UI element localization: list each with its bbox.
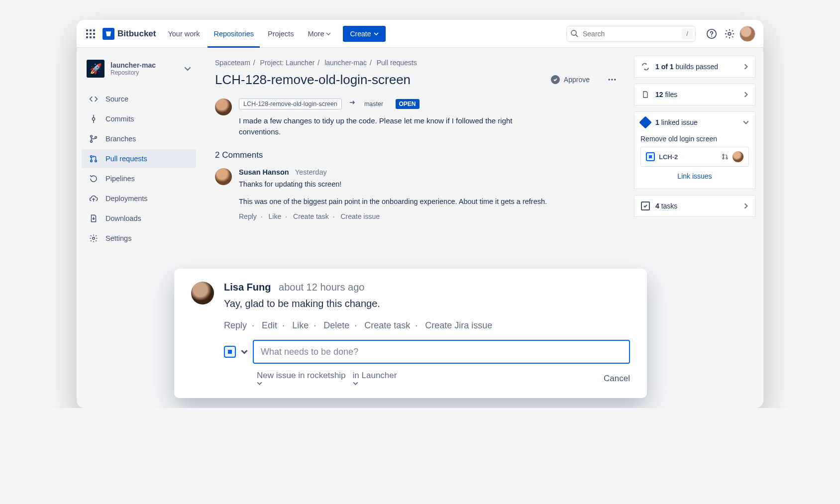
- issue-key: LCH-2: [659, 153, 718, 161]
- repo-sub: Repository: [110, 69, 156, 76]
- gear-icon: [89, 234, 99, 243]
- link-issues-link[interactable]: Link issues: [677, 172, 712, 180]
- sidebar-item-settings[interactable]: Settings: [82, 229, 196, 248]
- linked-issue-title: Remove old login screen: [640, 135, 749, 147]
- target-branch[interactable]: master: [360, 99, 387, 109]
- top-nav: Bitbucket Your work Repositories Project…: [77, 20, 763, 48]
- sidebar-item-label: Pull requests: [105, 155, 147, 163]
- nav-projects[interactable]: Projects: [262, 20, 300, 48]
- sidebar-item-commits[interactable]: Commits: [82, 109, 196, 128]
- repo-selector[interactable]: 🚀 launcher-mac Repository: [82, 56, 196, 82]
- nav-your-work[interactable]: Your work: [162, 20, 206, 48]
- search-input[interactable]: [566, 26, 696, 42]
- sidebar-item-downloads[interactable]: Downloads: [82, 209, 196, 228]
- overlay-create-jira-issue[interactable]: Create Jira issue: [425, 320, 492, 330]
- approve-button[interactable]: Approve: [544, 72, 596, 88]
- code-icon: [89, 95, 99, 103]
- repo-name: launcher-mac: [110, 61, 156, 69]
- source-branch[interactable]: LCH-128-remove-old-login-screen: [239, 99, 342, 109]
- svg-rect-8: [93, 36, 95, 38]
- new-issue-in-project[interactable]: New issue in rocketship: [257, 371, 347, 386]
- more-actions-button[interactable]: [604, 72, 620, 88]
- sidebar-item-branches[interactable]: Branches: [82, 129, 196, 148]
- issue-summary-input[interactable]: [253, 340, 630, 364]
- overlay-create-task[interactable]: Create task: [364, 320, 410, 330]
- chevron-right-icon: [743, 64, 749, 70]
- builds-icon: [640, 62, 650, 71]
- tasks-row[interactable]: 4 tasks: [634, 196, 755, 216]
- settings-icon[interactable]: [722, 26, 737, 42]
- builds-label: 1 of 1 builds passed: [655, 63, 738, 71]
- crumb[interactable]: Pull requests: [377, 59, 417, 67]
- nav-more[interactable]: More: [302, 20, 337, 48]
- comment-actions: Reply· Like· Create task· Create issue: [239, 212, 620, 220]
- svg-rect-5: [93, 33, 95, 35]
- comment-body: This was one of the biggest pain point i…: [239, 197, 557, 207]
- svg-point-9: [571, 30, 576, 35]
- crumb[interactable]: launcher-mac: [324, 59, 367, 67]
- comment-like[interactable]: Like: [269, 212, 282, 220]
- svg-point-25: [611, 79, 613, 80]
- sidebar-item-pull-requests[interactable]: Pull requests: [82, 149, 196, 168]
- chevron-down-icon: [374, 31, 379, 36]
- svg-point-24: [609, 79, 610, 80]
- search-field[interactable]: /: [566, 26, 696, 42]
- svg-rect-6: [86, 36, 88, 38]
- overlay-time: about 12 hours ago: [279, 282, 364, 293]
- svg-point-27: [723, 154, 724, 156]
- issue-type-chevron[interactable]: [241, 348, 248, 355]
- linked-issue-row[interactable]: 1 linked issue: [634, 112, 755, 133]
- svg-point-28: [723, 158, 724, 159]
- crumb[interactable]: Project: Launcher: [260, 59, 315, 67]
- sidebar-item-label: Commits: [105, 115, 134, 123]
- in-launcher[interactable]: in Launcher: [353, 371, 398, 386]
- svg-line-10: [576, 35, 578, 37]
- arrow-right-icon: [349, 99, 356, 106]
- sidebar-item-deployments[interactable]: Deployments: [82, 189, 196, 208]
- svg-rect-2: [93, 29, 95, 31]
- issue-type-icon[interactable]: [224, 346, 236, 358]
- profile-avatar[interactable]: [739, 26, 755, 42]
- comment-reply[interactable]: Reply: [239, 212, 257, 220]
- create-label: Create: [350, 30, 371, 38]
- sidebar-item-source[interactable]: Source: [82, 90, 196, 108]
- overlay-avatar: [191, 282, 214, 304]
- app-switcher-icon[interactable]: [85, 28, 97, 40]
- comment-author[interactable]: Susan Hanson: [239, 168, 289, 176]
- create-button[interactable]: Create: [343, 26, 386, 42]
- comment-item: Susan Hanson Yesterday Thanks for updati…: [215, 168, 620, 221]
- comment-create-issue[interactable]: Create issue: [340, 212, 380, 220]
- nav-repositories[interactable]: Repositories: [208, 20, 260, 48]
- builds-row[interactable]: 1 of 1 builds passed: [634, 56, 755, 77]
- chevron-down-icon: [743, 119, 749, 125]
- task-icon: [640, 202, 650, 210]
- crumb[interactable]: Spaceteam: [215, 59, 250, 67]
- cancel-button[interactable]: Cancel: [604, 374, 630, 384]
- comment-overlay: Lisa Fung about 12 hours ago Yay, glad t…: [174, 269, 647, 398]
- bitbucket-logo[interactable]: Bitbucket: [103, 28, 156, 40]
- svg-point-26: [614, 79, 616, 80]
- chevron-down-icon: [326, 31, 331, 36]
- files-row[interactable]: 12 files: [634, 84, 755, 105]
- linked-issue-item[interactable]: LCH-2: [640, 147, 749, 167]
- sidebar-item-pipelines[interactable]: Pipelines: [82, 169, 196, 188]
- svg-point-18: [91, 140, 93, 142]
- commit-icon: [89, 114, 99, 123]
- comment-avatar: [215, 168, 232, 185]
- repo-icon: 🚀: [87, 60, 105, 78]
- comment-create-task[interactable]: Create task: [293, 212, 329, 220]
- svg-point-12: [711, 35, 712, 36]
- chevron-right-icon: [743, 92, 749, 98]
- overlay-like[interactable]: Like: [292, 320, 309, 330]
- overlay-author[interactable]: Lisa Fung: [224, 282, 271, 293]
- pull-request-icon: [89, 154, 99, 163]
- help-icon[interactable]: [704, 26, 720, 42]
- download-icon: [89, 214, 99, 223]
- overlay-edit[interactable]: Edit: [262, 320, 277, 330]
- overlay-body: Yay, glad to be making this change.: [224, 298, 630, 309]
- sidebar-item-label: Settings: [105, 234, 131, 242]
- svg-rect-4: [90, 33, 92, 35]
- linked-issue-label: 1 linked issue: [655, 118, 738, 126]
- overlay-reply[interactable]: Reply: [224, 320, 247, 330]
- overlay-delete[interactable]: Delete: [323, 320, 349, 330]
